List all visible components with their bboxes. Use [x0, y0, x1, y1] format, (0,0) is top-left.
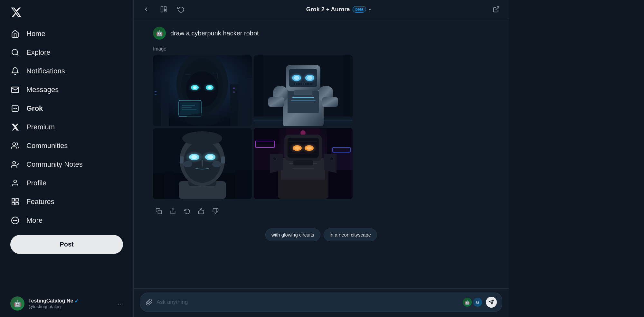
svg-rect-70 — [268, 97, 284, 107]
sidebar-item-label: Community Notes — [26, 160, 83, 169]
suggestions: with glowing circuits in a neon cityscap… — [134, 225, 509, 245]
svg-point-5 — [13, 143, 15, 145]
prompt-text: draw a cyberpunk hacker robot — [170, 30, 259, 37]
user-profile[interactable]: 🤖 TestingCatalog Ne ✓ @testingcatalog ··… — [5, 293, 128, 314]
share-up-button[interactable] — [167, 205, 179, 217]
svg-rect-137 — [293, 160, 313, 165]
svg-rect-57 — [292, 97, 314, 98]
svg-rect-11 — [12, 202, 14, 205]
sidebar-item-label: More — [26, 216, 43, 225]
svg-marker-124 — [270, 154, 283, 173]
sidebar-item-label: Messages — [26, 86, 59, 94]
svg-point-15 — [16, 220, 17, 221]
sidebar-item-label: Notifications — [26, 67, 65, 75]
sidebar-item-label: Profile — [26, 179, 46, 187]
sidebar-item-label: Features — [26, 198, 54, 206]
envelope-icon — [10, 85, 20, 95]
sidebar-item-label: Premium — [26, 123, 55, 131]
sidebar-item-label: Explore — [26, 48, 51, 57]
sidebar-item-profile[interactable]: Profile — [5, 174, 128, 192]
regenerate-button[interactable] — [181, 205, 193, 217]
sidebar-item-community-notes[interactable]: Community Notes — [5, 155, 128, 174]
prompt-row: 🤖 draw a cyberpunk hacker robot — [134, 27, 509, 40]
svg-rect-69 — [294, 90, 312, 95]
svg-point-133 — [301, 143, 317, 153]
svg-point-138 — [273, 157, 276, 160]
svg-rect-106 — [180, 156, 184, 163]
svg-point-109 — [183, 161, 192, 167]
post-button[interactable]: Post — [10, 235, 123, 254]
sidebar-item-features[interactable]: Features — [5, 192, 128, 211]
suggestion-circuits[interactable]: with glowing circuits — [265, 228, 320, 241]
person-icon — [10, 178, 20, 188]
sidebar-item-home[interactable]: Home — [5, 24, 128, 43]
attach-button[interactable] — [146, 299, 153, 306]
svg-point-0 — [12, 49, 17, 55]
sidebar-item-more[interactable]: More — [5, 211, 128, 230]
features-icon — [10, 197, 20, 207]
history-button[interactable] — [175, 3, 187, 15]
svg-point-4 — [15, 108, 17, 109]
main-content: Grok 2 + Aurora beta ▾ 🤖 draw a cyberpun… — [134, 0, 509, 317]
svg-point-7 — [14, 180, 17, 183]
svg-rect-92 — [164, 172, 174, 199]
chat-area: 🤖 draw a cyberpunk hacker robot Image — [134, 19, 509, 288]
copy-button[interactable] — [153, 205, 165, 217]
top-bar-right — [490, 3, 502, 15]
beta-badge: beta — [353, 6, 366, 13]
svg-rect-72 — [294, 83, 312, 85]
like-button[interactable] — [195, 205, 207, 217]
share-button[interactable] — [490, 3, 502, 15]
svg-rect-2 — [12, 105, 18, 112]
image-grid — [153, 55, 353, 199]
generated-image-1[interactable] — [153, 55, 252, 126]
image-label: Image — [153, 46, 489, 51]
verified-badge: ✓ — [74, 298, 79, 304]
generated-image-4[interactable] — [254, 128, 353, 199]
svg-point-67 — [289, 73, 304, 83]
model-selector[interactable]: Grok 2 + Aurora beta ▾ — [192, 6, 485, 13]
svg-rect-25 — [155, 91, 156, 92]
svg-rect-10 — [16, 202, 18, 205]
svg-rect-27 — [233, 88, 235, 89]
dislike-button[interactable] — [210, 205, 221, 217]
sidebar-item-grok[interactable]: Grok — [5, 99, 128, 118]
sidebar-item-messages[interactable]: Messages — [5, 80, 128, 99]
sidebar-item-communities[interactable]: Communities — [5, 136, 128, 155]
sidebar: Home Explore Notifications — [0, 0, 134, 317]
more-options-icon: ··· — [118, 300, 123, 307]
avatar: 🤖 — [10, 296, 24, 311]
svg-point-49 — [185, 113, 220, 126]
sidebar-item-premium[interactable]: Premium — [5, 118, 128, 136]
communities-icon — [10, 141, 20, 151]
send-button[interactable] — [486, 297, 497, 308]
input-area: 🤖 G — [134, 288, 509, 317]
svg-point-108 — [182, 131, 222, 145]
top-bar: Grok 2 + Aurora beta ▾ — [134, 0, 509, 19]
sidebar-item-explore[interactable]: Explore — [5, 43, 128, 62]
generated-image-2[interactable] — [254, 55, 353, 126]
response-section: Image — [134, 46, 509, 217]
sidebar-item-label: Home — [26, 30, 45, 38]
svg-rect-22 — [161, 81, 169, 126]
svg-point-41 — [203, 83, 216, 92]
x-logo[interactable] — [5, 3, 128, 23]
generated-image-3[interactable] — [153, 128, 252, 199]
svg-rect-8 — [12, 199, 14, 201]
svg-rect-58 — [291, 100, 316, 101]
input-box: 🤖 G — [140, 293, 502, 312]
svg-point-6 — [13, 161, 15, 164]
suggestion-cityscape[interactable]: in a neon cityscape — [324, 228, 377, 241]
svg-rect-94 — [235, 170, 252, 199]
svg-point-139 — [330, 157, 333, 160]
ask-input[interactable] — [156, 299, 459, 305]
svg-rect-26 — [155, 94, 156, 95]
grok-icon — [10, 104, 20, 113]
sidebar-item-label: Communities — [26, 142, 68, 150]
back-button[interactable] — [140, 3, 152, 15]
svg-point-110 — [212, 161, 221, 167]
svg-line-1 — [17, 54, 18, 56]
sidebar-item-notifications[interactable]: Notifications — [5, 62, 128, 80]
home-icon — [10, 29, 20, 39]
layout-button[interactable] — [157, 3, 170, 15]
